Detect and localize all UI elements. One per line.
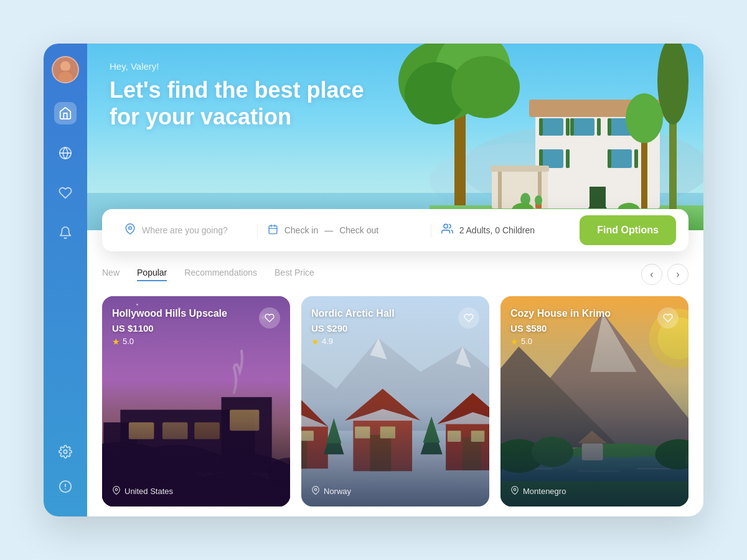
svg-rect-19: [539, 118, 543, 136]
card3-top: Cozy House in Krimo US $580 ★ 5.0: [510, 307, 679, 347]
svg-rect-31: [608, 149, 611, 168]
svg-rect-34: [491, 166, 549, 172]
sidebar: [44, 44, 87, 516]
tab-recommendations[interactable]: Recommendations: [184, 268, 257, 281]
svg-point-45: [451, 56, 520, 118]
card-hollywood-hills[interactable]: Hollywood Hills Upscale US $1100 ★ 5.0: [102, 296, 290, 506]
svg-point-1: [60, 61, 70, 71]
main-content: Hey, Valery! Let's find the best place f…: [87, 44, 703, 516]
card2-location: Norway: [324, 487, 351, 496]
guests-label: 2 Adults, 0 Children: [459, 225, 535, 235]
card1-location-pin-icon: [112, 486, 121, 497]
sidebar-item-settings[interactable]: [54, 441, 77, 463]
hero-title: Let's find the best place for your vacat…: [110, 77, 364, 130]
avatar[interactable]: [52, 56, 79, 83]
card3-content: Cozy House in Krimo US $580 ★ 5.0: [500, 296, 688, 506]
dates-field[interactable]: Check in — Check out: [258, 224, 431, 237]
tab-navigation: ‹ ›: [641, 264, 688, 285]
search-bar: Where are you going? Check in — Check ou…: [102, 209, 688, 251]
svg-point-49: [626, 93, 663, 143]
listings-section: New Popular Recommendations Best Price ‹…: [87, 251, 703, 516]
svg-rect-25: [608, 118, 611, 136]
card3-favorite-button[interactable]: [657, 307, 679, 329]
sidebar-item-home[interactable]: [54, 102, 77, 124]
svg-point-52: [129, 226, 132, 230]
card1-favorite-button[interactable]: [259, 307, 280, 329]
tabs-row: New Popular Recommendations Best Price ‹…: [102, 264, 688, 285]
location-field[interactable]: Where are you going?: [115, 223, 258, 238]
find-options-button[interactable]: Find Options: [580, 215, 676, 245]
card2-star-icon: ★: [311, 337, 319, 347]
card2-content: Nordic Arctic Hall US $290 ★ 4.9: [301, 296, 489, 506]
card2-rating-value: 4.9: [322, 337, 333, 346]
svg-rect-30: [610, 149, 632, 168]
card3-rating-value: 5.0: [521, 337, 532, 346]
card1-info: Hollywood Hills Upscale US $1100 ★ 5.0: [112, 307, 227, 347]
guests-field[interactable]: 2 Adults, 0 Children: [431, 223, 574, 238]
card1-top: Hollywood Hills Upscale US $1100 ★ 5.0: [112, 307, 280, 347]
card1-content: Hollywood Hills Upscale US $1100 ★ 5.0: [102, 296, 290, 506]
card2-bottom: Norway: [311, 486, 479, 497]
card2-rating: ★ 4.9: [311, 337, 395, 347]
card2-favorite-button[interactable]: [458, 307, 479, 329]
tab-new[interactable]: New: [102, 268, 120, 281]
svg-point-7: [63, 450, 67, 454]
card3-location: Montenegro: [523, 487, 566, 496]
checkin-label: Check in: [284, 225, 318, 235]
sidebar-item-favorites[interactable]: [54, 182, 77, 204]
card3-location-pin-icon: [510, 486, 519, 497]
svg-point-3: [57, 70, 73, 83]
location-pin-icon: [125, 223, 136, 238]
sidebar-bottom: [54, 441, 77, 498]
prev-button[interactable]: ‹: [641, 264, 662, 285]
sidebar-item-notifications[interactable]: [54, 222, 77, 244]
svg-rect-23: [597, 118, 601, 136]
card1-rating-value: 5.0: [123, 337, 134, 346]
checkout-label: Check out: [339, 225, 378, 235]
tab-popular[interactable]: Popular: [137, 268, 167, 281]
tab-best-price[interactable]: Best Price: [275, 268, 314, 281]
svg-rect-28: [539, 149, 543, 168]
svg-rect-32: [634, 149, 638, 168]
svg-point-40: [535, 195, 542, 205]
card1-location: United States: [125, 487, 173, 496]
sidebar-nav: [54, 102, 77, 441]
svg-rect-53: [269, 225, 277, 233]
card3-bottom: Montenegro: [510, 486, 679, 497]
card3-price: US $580: [510, 323, 611, 334]
date-separator: —: [324, 225, 333, 235]
card3-info: Cozy House in Krimo US $580 ★ 5.0: [510, 307, 611, 347]
svg-rect-21: [573, 118, 594, 136]
hero-section: Hey, Valery! Let's find the best place f…: [87, 44, 703, 230]
app-container: Hey, Valery! Let's find the best place f…: [44, 44, 703, 516]
card2-info: Nordic Arctic Hall US $290 ★ 4.9: [311, 307, 395, 347]
svg-point-104: [314, 488, 317, 491]
card1-bottom: United States: [112, 486, 280, 497]
svg-point-75: [115, 488, 118, 491]
card1-star-icon: ★: [112, 337, 120, 347]
hero-greeting: Hey, Valery!: [110, 61, 364, 72]
card2-price: US $290: [311, 323, 395, 334]
cards-row: Hollywood Hills Upscale US $1100 ★ 5.0: [102, 296, 688, 506]
svg-rect-22: [570, 118, 574, 136]
card3-name: Cozy House in Krimo: [510, 307, 611, 320]
card-nordic-arctic[interactable]: Nordic Arctic Hall US $290 ★ 4.9: [301, 296, 489, 506]
svg-rect-35: [498, 172, 502, 208]
svg-rect-27: [542, 149, 563, 168]
card-montenegro[interactable]: Cozy House in Krimo US $580 ★ 5.0: [500, 296, 688, 506]
svg-rect-17: [590, 187, 606, 208]
svg-point-57: [444, 224, 448, 228]
card3-star-icon: ★: [510, 337, 519, 347]
card2-location-pin-icon: [311, 486, 320, 497]
card1-rating: ★ 5.0: [112, 337, 227, 347]
location-placeholder: Where are you going?: [142, 225, 228, 235]
next-button[interactable]: ›: [667, 264, 688, 285]
hero-text: Hey, Valery! Let's find the best place f…: [110, 61, 364, 130]
svg-rect-20: [566, 118, 570, 136]
sidebar-item-info[interactable]: [54, 475, 77, 498]
card2-top: Nordic Arctic Hall US $290 ★ 4.9: [311, 307, 479, 347]
svg-point-119: [514, 488, 516, 491]
card1-price: US $1100: [112, 323, 227, 334]
sidebar-item-explore[interactable]: [54, 142, 77, 164]
card3-rating: ★ 5.0: [510, 337, 611, 347]
